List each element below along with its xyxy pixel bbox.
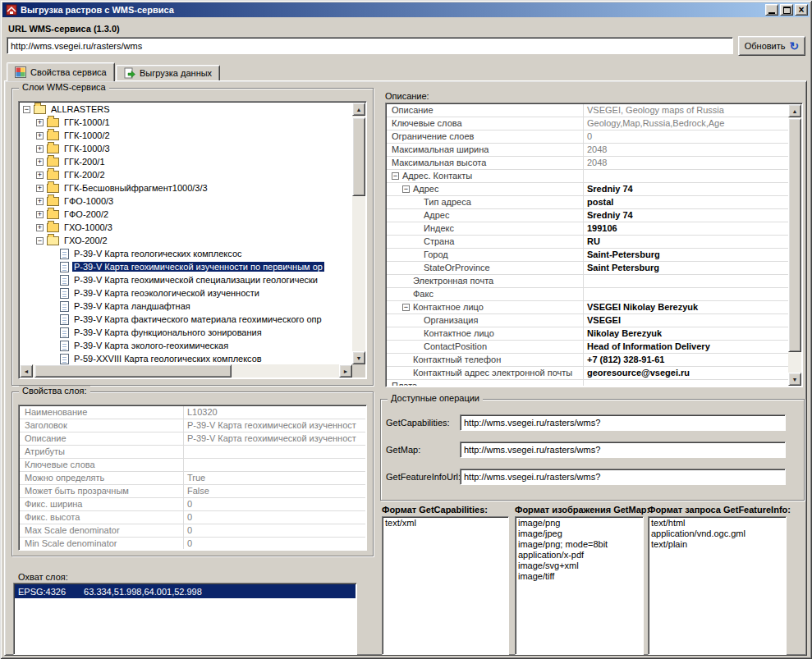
titlebar[interactable]: Выгрузка растров с WMS-сервиса × xyxy=(2,2,810,17)
expand-icon[interactable]: + xyxy=(36,158,44,166)
tree-item[interactable]: Р-39-V Карта функционального зонирования xyxy=(20,326,352,339)
tree-item[interactable]: +ГГК-1000/3 xyxy=(20,142,352,155)
property-label: Описание xyxy=(20,432,184,445)
property-value xyxy=(584,275,788,287)
description-scroll-thumb[interactable] xyxy=(788,118,801,352)
expand-icon[interactable]: + xyxy=(36,198,44,205)
property-row[interactable]: Ограничение слоев0 xyxy=(387,130,788,144)
scroll-left-button[interactable]: ◄ xyxy=(20,364,33,378)
format-option[interactable]: application/x-pdf xyxy=(516,550,643,561)
property-row[interactable]: Электронная почта xyxy=(387,275,788,288)
property-row[interactable]: Контактный телефон+7 (812) 328-91-61 xyxy=(387,354,788,367)
description-vertical-scrollbar[interactable]: ▲ ▼ xyxy=(788,104,801,386)
tree-item[interactable]: +ГГК-1000/2 xyxy=(20,129,352,142)
format-option[interactable]: image/jpeg xyxy=(516,529,643,539)
tree-item[interactable]: Р-39-V Карта геохимической специализации… xyxy=(20,273,352,286)
scroll-down-button[interactable]: ▼ xyxy=(352,351,365,364)
tree-item[interactable]: +ГГК-200/1 xyxy=(20,155,352,168)
tree-item[interactable]: +ГХО-1000/3 xyxy=(20,221,352,234)
tree-item[interactable]: Р-39-V Карта эколого-геохимическая xyxy=(20,339,352,352)
format-option[interactable]: application/vnd.ogc.gml xyxy=(649,529,786,539)
property-label: −Контактное лицо xyxy=(387,301,584,313)
format-option[interactable]: image/tiff xyxy=(516,571,643,582)
property-row[interactable]: Контактное лицоNikolay Berezyuk xyxy=(387,327,788,341)
tree-item[interactable]: Р-39-V Карта геологических комплексос xyxy=(20,247,352,260)
property-row[interactable]: СтранаRU xyxy=(387,236,788,249)
getcapabilities-url-input[interactable] xyxy=(460,414,786,431)
getmap-url-input[interactable] xyxy=(460,442,786,458)
property-row: Атрибуты xyxy=(20,446,365,459)
tree-item[interactable]: +ГГК-1000/1 xyxy=(20,116,352,129)
collapse-icon[interactable]: − xyxy=(23,106,30,113)
tree-scroll-thumb[interactable] xyxy=(352,117,365,196)
wms-layers-tree: −ALLRASTERS+ГГК-1000/1+ГГК-1000/2+ГГК-10… xyxy=(18,101,367,379)
expand-icon[interactable]: + xyxy=(36,224,44,231)
property-row[interactable]: Факс xyxy=(387,288,788,301)
collapse-icon[interactable]: − xyxy=(402,304,410,311)
property-row[interactable]: −АдресSredniy 74 xyxy=(387,183,788,196)
tree-item[interactable]: +ГГК-200/2 xyxy=(20,168,352,181)
property-row[interactable]: Индекс199106 xyxy=(387,222,788,236)
format-option[interactable]: image/png; mode=8bit xyxy=(516,539,643,550)
tree-item-label: Р-39-V Карта геологических комплексос xyxy=(72,249,244,259)
tree-hscroll-thumb[interactable] xyxy=(34,364,232,378)
close-button[interactable]: × xyxy=(795,4,808,16)
format-option[interactable]: text/plain xyxy=(649,539,786,550)
tree-item[interactable]: Р-39-V Карта геохимической изученности п… xyxy=(20,260,352,273)
collapse-icon[interactable]: − xyxy=(402,185,410,193)
property-label-text: Адрес xyxy=(413,183,439,195)
tree-item[interactable]: +ГГК-Бесшовныйфрагмент1000/3/3 xyxy=(20,181,352,194)
extent-item[interactable]: EPSG:4326 63.334,51.998,64.001,52.998 xyxy=(15,584,356,598)
tree-item[interactable]: Р-39-V Карта геоэкологической изученност… xyxy=(20,286,352,300)
property-row[interactable]: ОрганизацияVSEGEI xyxy=(387,314,788,327)
collapse-icon[interactable]: − xyxy=(36,237,44,245)
expand-icon[interactable]: + xyxy=(36,145,44,153)
getfeatureinfo-url-input[interactable] xyxy=(460,469,786,485)
maximize-button[interactable] xyxy=(780,4,793,16)
tree-item[interactable]: +ГФО-200/2 xyxy=(20,208,352,221)
extent-label: Охват слоя: xyxy=(18,572,68,582)
scroll-up-button[interactable]: ▲ xyxy=(788,104,801,117)
property-row[interactable]: ОписаниеVSEGEI, Geology maps of Russia xyxy=(387,104,788,117)
scroll-up-button[interactable]: ▲ xyxy=(352,103,365,116)
tab-service-properties[interactable]: Свойства сервиса xyxy=(7,62,115,81)
tree-vertical-scrollbar[interactable]: ▲ ▼ xyxy=(352,103,365,364)
refresh-button[interactable]: Обновить ↻ xyxy=(738,36,805,56)
tree-item[interactable]: −ГХО-200/2 xyxy=(20,234,352,247)
tree-item[interactable]: Р-39-V Карта ландшафтная xyxy=(20,300,352,313)
property-row[interactable]: ContactPositionHead of Information Deliv… xyxy=(387,341,788,354)
expand-icon[interactable]: + xyxy=(36,132,44,140)
scroll-down-button[interactable]: ▼ xyxy=(788,373,801,386)
expand-icon[interactable]: + xyxy=(36,172,44,179)
tree-horizontal-scrollbar[interactable]: ◄ ► xyxy=(20,364,352,378)
property-label-text: Контактный телефон xyxy=(413,354,501,366)
format-option[interactable]: text/html xyxy=(649,518,786,529)
collapse-icon[interactable]: − xyxy=(392,172,399,180)
expand-icon[interactable]: + xyxy=(36,119,44,126)
scroll-right-button[interactable]: ► xyxy=(339,364,352,378)
property-row[interactable]: ГородSaint-Petersburg xyxy=(387,249,788,262)
tree-item[interactable]: Р-39-V Карта фактического материала геох… xyxy=(20,313,352,326)
property-row[interactable]: Ключевые словаGeology,Map,Russia,Bedrock… xyxy=(387,117,788,130)
minimize-button[interactable] xyxy=(765,4,778,16)
property-row[interactable]: Максимальная высота2048 xyxy=(387,157,788,170)
format-option[interactable]: image/svg+xml xyxy=(516,561,643,571)
property-row[interactable]: АдресSredniy 74 xyxy=(387,209,788,222)
tree-item[interactable]: Р-59-XXVIII Карта геологических комплекс… xyxy=(20,352,352,364)
property-row[interactable]: StateOrProvinceSaint Petersburg xyxy=(387,262,788,275)
property-row[interactable]: −Адрес. Контакты xyxy=(387,170,788,183)
property-row[interactable]: Контактный адрес электронной почтыgeores… xyxy=(387,367,788,380)
format-option[interactable]: text/xml xyxy=(383,518,508,529)
expand-icon[interactable]: + xyxy=(36,185,44,192)
tab-data-export[interactable]: Выгрузка данных xyxy=(116,65,220,80)
property-value xyxy=(584,170,788,182)
property-row[interactable]: Максимальная ширина2048 xyxy=(387,144,788,157)
property-row[interactable]: −Контактное лицоVSEGEI Nikolay Berezyuk xyxy=(387,301,788,314)
tree-item[interactable]: −ALLRASTERS xyxy=(20,103,352,116)
wms-url-input[interactable] xyxy=(7,37,733,54)
tree-item[interactable]: +ГФО-1000/3 xyxy=(20,194,352,208)
format-option[interactable]: image/png xyxy=(516,518,643,529)
property-row[interactable]: Плата xyxy=(387,380,788,386)
expand-icon[interactable]: + xyxy=(36,211,44,218)
property-row[interactable]: Тип адресаpostal xyxy=(387,196,788,209)
